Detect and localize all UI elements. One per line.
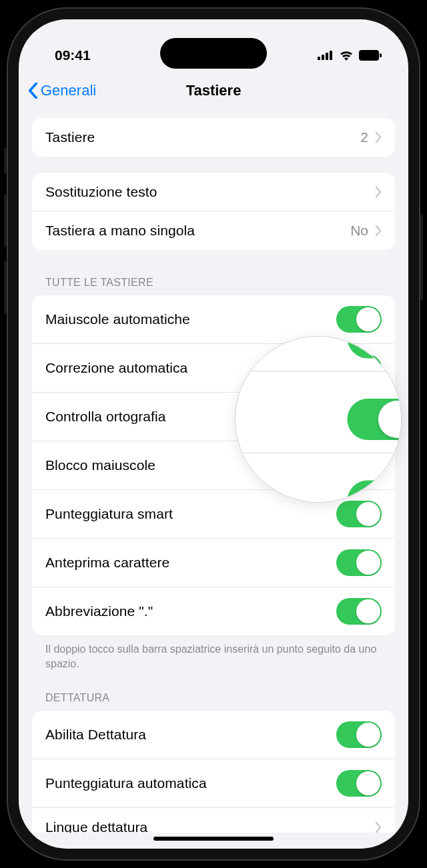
row-label: Controlla ortografia — [45, 409, 166, 425]
svg-rect-4 — [359, 50, 379, 61]
row-label: Punteggiatura smart — [45, 506, 173, 522]
side-button — [4, 194, 7, 247]
screen: 09:41 Generali Tastiere Tastiere 2 — [19, 19, 408, 849]
auto-punctuation-toggle[interactable] — [336, 770, 382, 797]
row-label: Tastiere — [45, 129, 95, 145]
side-button — [420, 214, 423, 301]
status-icons — [318, 50, 382, 61]
smart-punctuation-toggle[interactable] — [336, 501, 382, 527]
period-shortcut-row: Abbreviazione "." — [32, 587, 395, 635]
chevron-left-icon — [28, 83, 38, 99]
keyboards-row[interactable]: Tastiere 2 — [32, 118, 395, 157]
cellular-icon — [318, 51, 334, 60]
character-preview-row: Anteprima carattere — [32, 539, 395, 587]
status-time: 09:41 — [55, 47, 91, 63]
row-label: Maiuscole automatiche — [45, 311, 190, 327]
row-label: Blocco maiuscole — [45, 457, 155, 473]
home-indicator[interactable] — [153, 837, 274, 841]
svg-rect-1 — [322, 55, 324, 60]
row-tail — [375, 187, 382, 197]
group-text-options: Sostituzione testo Tastiera a mano singo… — [32, 173, 395, 250]
one-handed-keyboard-row[interactable]: Tastiera a mano singola No — [32, 211, 395, 250]
chevron-right-icon — [375, 132, 382, 143]
row-tail — [375, 822, 382, 833]
side-button — [4, 261, 7, 314]
page-title: Tastiere — [186, 82, 242, 99]
dynamic-island — [160, 38, 267, 69]
row-label: Correzione automatica — [45, 360, 187, 376]
row-label: Abilita Dettatura — [45, 727, 146, 743]
svg-rect-2 — [326, 53, 328, 60]
keyboards-count: 2 — [360, 129, 368, 145]
auto-capitalization-row: Maiuscole automatiche — [32, 295, 395, 344]
section-header-all-keyboards: TUTTE LE TASTIERE — [32, 277, 395, 289]
character-preview-toggle[interactable] — [336, 549, 382, 576]
svg-rect-0 — [318, 57, 320, 60]
row-label: Punteggiatura automatica — [45, 775, 207, 791]
enable-dictation-toggle[interactable] — [336, 721, 382, 748]
section-header-dictation: DETTATURA — [32, 692, 395, 704]
battery-icon — [359, 50, 382, 61]
row-label: Abbreviazione "." — [45, 603, 153, 619]
magnifier-overlay — [235, 336, 402, 503]
chevron-right-icon — [375, 822, 382, 833]
group-keyboards: Tastiere 2 — [32, 118, 395, 157]
chevron-right-icon — [375, 225, 382, 236]
one-handed-value: No — [350, 223, 368, 239]
svg-rect-3 — [330, 51, 332, 60]
phone-frame: 09:41 Generali Tastiere Tastiere 2 — [7, 7, 420, 861]
magnified-toggle — [347, 399, 402, 440]
magnifier-content — [235, 336, 402, 503]
section-footer-all-keyboards: Il doppio tocco sulla barra spaziatrice … — [32, 635, 395, 671]
wifi-icon — [339, 50, 354, 61]
row-label: Lingue dettatura — [45, 819, 147, 833]
chevron-right-icon — [375, 187, 382, 197]
back-button[interactable]: Generali — [28, 82, 96, 99]
dictation-languages-row[interactable]: Lingue dettatura — [32, 808, 395, 833]
nav-bar: Generali Tastiere — [19, 73, 408, 110]
text-replacement-row[interactable]: Sostituzione testo — [32, 173, 395, 211]
row-label: Anteprima carattere — [45, 555, 169, 571]
back-label: Generali — [41, 82, 96, 99]
group-dictation: Abilita Dettatura Punteggiatura automati… — [32, 711, 395, 833]
side-button — [4, 147, 7, 174]
row-label: Tastiera a mano singola — [45, 223, 195, 239]
enable-dictation-row: Abilita Dettatura — [32, 711, 395, 759]
row-label: Sostituzione testo — [45, 184, 157, 200]
auto-punctuation-row: Punteggiatura automatica — [32, 759, 395, 808]
row-tail: 2 — [360, 129, 382, 145]
auto-capitalization-toggle[interactable] — [336, 306, 382, 333]
svg-rect-5 — [380, 53, 382, 57]
period-shortcut-toggle[interactable] — [336, 598, 382, 625]
row-tail: No — [350, 223, 382, 239]
